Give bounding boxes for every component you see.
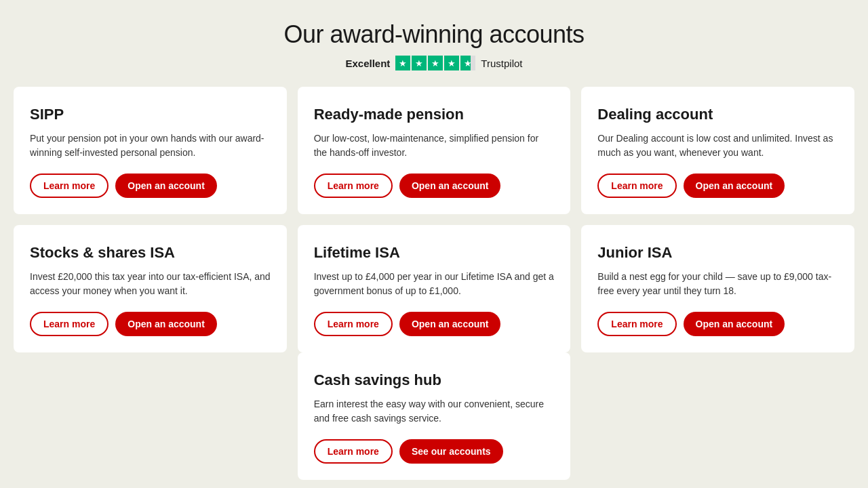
- bottom-row: Cash savings hub Earn interest the easy …: [14, 352, 854, 480]
- tp-star-4: ★: [444, 56, 459, 70]
- trustpilot-brand-label: Trustpilot: [481, 58, 522, 69]
- trustpilot-row: Excellent ★ ★ ★ ★ ★ Trustpilot: [283, 56, 584, 70]
- ready-made-pension-open-account-button[interactable]: Open an account: [399, 174, 501, 198]
- card-ready-made-pension-desc: Our low-cost, low-maintenance, simplifie…: [314, 131, 555, 160]
- page-header: Our award-winning accounts Excellent ★ ★…: [283, 20, 584, 70]
- lifetime-isa-learn-more-button[interactable]: Learn more: [314, 312, 393, 336]
- card-cash-savings-hub-actions: Learn more See our accounts: [314, 439, 555, 464]
- bottom-spacer-right: [581, 352, 854, 480]
- card-dealing-account-desc: Our Dealing account is low cost and unli…: [597, 131, 838, 160]
- sipp-learn-more-button[interactable]: Learn more: [30, 174, 108, 198]
- card-lifetime-isa-actions: Learn more Open an account: [314, 312, 555, 336]
- card-cash-savings-hub-title: Cash savings hub: [314, 371, 555, 389]
- junior-isa-learn-more-button[interactable]: Learn more: [597, 312, 676, 336]
- card-cash-savings-hub-desc: Earn interest the easy way with our conv…: [314, 397, 555, 426]
- card-lifetime-isa-desc: Invest up to £4,000 per year in our Life…: [314, 270, 555, 298]
- card-junior-isa-desc: Build a nest egg for your child — save u…: [597, 270, 838, 298]
- card-ready-made-pension-actions: Learn more Open an account: [314, 174, 555, 198]
- card-lifetime-isa-title: Lifetime ISA: [314, 244, 555, 262]
- trustpilot-excellent-label: Excellent: [345, 58, 390, 69]
- trustpilot-stars: ★ ★ ★ ★ ★: [395, 56, 475, 70]
- ready-made-pension-learn-more-button[interactable]: Learn more: [314, 174, 393, 198]
- card-dealing-account-title: Dealing account: [597, 106, 838, 123]
- card-stocks-shares-isa-title: Stocks & shares ISA: [30, 244, 271, 262]
- stocks-shares-isa-open-account-button[interactable]: Open an account: [115, 312, 217, 336]
- card-ready-made-pension-title: Ready-made pension: [314, 106, 555, 123]
- card-ready-made-pension: Ready-made pension Our low-cost, low-mai…: [298, 87, 571, 214]
- dealing-account-learn-more-button[interactable]: Learn more: [597, 174, 676, 198]
- card-sipp-actions: Learn more Open an account: [30, 174, 271, 198]
- tp-star-3: ★: [428, 56, 443, 70]
- card-dealing-account-actions: Learn more Open an account: [597, 174, 838, 198]
- card-sipp: SIPP Put your pension pot in your own ha…: [14, 87, 287, 214]
- card-sipp-title: SIPP: [30, 106, 271, 123]
- lifetime-isa-open-account-button[interactable]: Open an account: [399, 312, 501, 336]
- page-title: Our award-winning accounts: [283, 20, 584, 49]
- card-stocks-shares-isa: Stocks & shares ISA Invest £20,000 this …: [14, 225, 287, 352]
- card-cash-savings-hub: Cash savings hub Earn interest the easy …: [298, 352, 571, 480]
- stocks-shares-isa-learn-more-button[interactable]: Learn more: [30, 312, 108, 336]
- dealing-account-open-account-button[interactable]: Open an account: [684, 174, 785, 198]
- cash-savings-hub-see-accounts-button[interactable]: See our accounts: [399, 439, 503, 464]
- tp-star-1: ★: [395, 56, 410, 70]
- tp-star-2: ★: [412, 56, 427, 70]
- tp-star-5: ★: [460, 56, 475, 70]
- cards-grid: SIPP Put your pension pot in your own ha…: [14, 87, 854, 352]
- cash-savings-hub-learn-more-button[interactable]: Learn more: [314, 439, 393, 464]
- card-stocks-shares-isa-actions: Learn more Open an account: [30, 312, 271, 336]
- card-junior-isa-title: Junior ISA: [597, 244, 838, 262]
- sipp-open-account-button[interactable]: Open an account: [115, 174, 217, 198]
- card-lifetime-isa: Lifetime ISA Invest up to £4,000 per yea…: [298, 225, 571, 352]
- card-dealing-account: Dealing account Our Dealing account is l…: [581, 87, 854, 214]
- bottom-spacer-left: [14, 352, 287, 480]
- card-sipp-desc: Put your pension pot in your own hands w…: [30, 131, 271, 160]
- card-stocks-shares-isa-desc: Invest £20,000 this tax year into our ta…: [30, 270, 271, 298]
- junior-isa-open-account-button[interactable]: Open an account: [684, 312, 785, 336]
- card-junior-isa: Junior ISA Build a nest egg for your chi…: [581, 225, 854, 352]
- card-junior-isa-actions: Learn more Open an account: [597, 312, 838, 336]
